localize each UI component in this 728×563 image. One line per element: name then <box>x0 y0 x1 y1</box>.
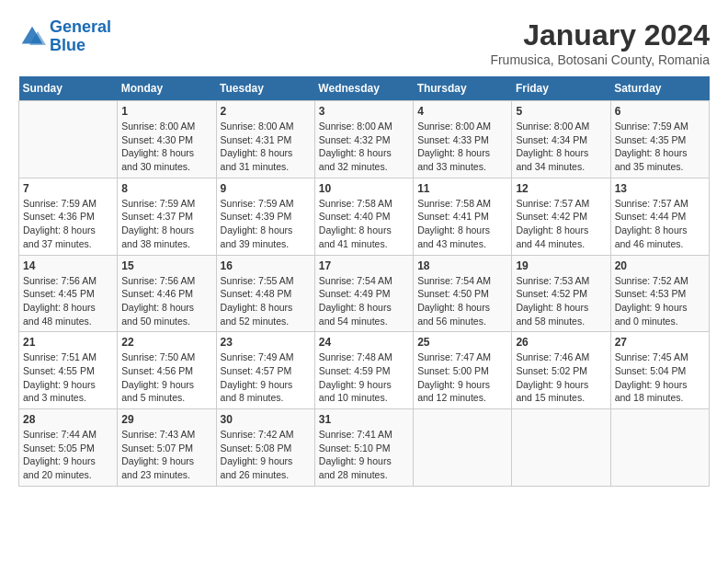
sunrise-text: Sunrise: 7:57 AM <box>615 197 705 211</box>
sunrise-text: Sunrise: 7:42 AM <box>221 428 311 442</box>
day-number: 17 <box>319 259 409 272</box>
sunrise-text: Sunrise: 7:46 AM <box>516 350 606 364</box>
week-row-2: 7Sunrise: 7:59 AMSunset: 4:36 PMDaylight… <box>19 178 710 255</box>
day-number: 14 <box>23 259 113 272</box>
day-number: 25 <box>417 336 507 349</box>
sunset-text: Sunset: 4:33 PM <box>417 133 507 147</box>
daylight-text: Daylight: 8 hours and 44 minutes. <box>516 224 606 250</box>
header-row: SundayMondayTuesdayWednesdayThursdayFrid… <box>19 76 710 101</box>
day-info: Sunrise: 7:59 AMSunset: 4:37 PMDaylight:… <box>121 197 211 251</box>
sunrise-text: Sunrise: 7:58 AM <box>417 197 507 211</box>
daylight-text: Daylight: 9 hours and 23 minutes. <box>121 454 211 481</box>
day-number: 30 <box>221 413 311 426</box>
sunset-text: Sunset: 4:42 PM <box>516 210 606 224</box>
page-header: General Blue January 2024 Frumusica, Bot… <box>18 18 710 67</box>
daylight-text: Daylight: 8 hours and 54 minutes. <box>319 301 409 327</box>
sunset-text: Sunset: 4:52 PM <box>516 287 606 301</box>
day-number: 12 <box>516 182 606 195</box>
day-number: 11 <box>417 182 507 195</box>
day-info: Sunrise: 7:51 AMSunset: 4:55 PMDaylight:… <box>23 350 113 405</box>
day-info: Sunrise: 8:00 AMSunset: 4:33 PMDaylight:… <box>417 120 507 174</box>
sunrise-text: Sunrise: 7:59 AM <box>615 120 705 133</box>
daylight-text: Daylight: 9 hours and 28 minutes. <box>319 454 409 481</box>
header-cell-wednesday: Wednesday <box>314 76 413 101</box>
day-info: Sunrise: 7:50 AMSunset: 4:56 PMDaylight:… <box>121 350 211 405</box>
daylight-text: Daylight: 9 hours and 8 minutes. <box>221 378 311 405</box>
calendar-header: SundayMondayTuesdayWednesdayThursdayFrid… <box>19 76 710 101</box>
daylight-text: Daylight: 9 hours and 3 minutes. <box>23 378 113 405</box>
day-info: Sunrise: 7:45 AMSunset: 5:04 PMDaylight:… <box>615 350 705 405</box>
daylight-text: Daylight: 9 hours and 5 minutes. <box>121 378 211 405</box>
daylight-text: Daylight: 8 hours and 56 minutes. <box>417 301 507 327</box>
daylight-text: Daylight: 9 hours and 12 minutes. <box>417 378 507 405</box>
daylight-text: Daylight: 8 hours and 50 minutes. <box>121 301 211 327</box>
day-number: 6 <box>615 105 705 118</box>
sunrise-text: Sunrise: 7:57 AM <box>516 197 606 211</box>
day-number: 15 <box>121 259 211 272</box>
logo-line1: General <box>50 17 111 36</box>
logo-text: General Blue <box>50 18 111 55</box>
day-number: 21 <box>23 336 113 349</box>
logo-line2: Blue <box>50 36 85 54</box>
sunset-text: Sunset: 4:44 PM <box>615 210 705 224</box>
sunset-text: Sunset: 5:10 PM <box>319 442 409 455</box>
day-cell: 5Sunrise: 8:00 AMSunset: 4:34 PMDaylight… <box>512 101 610 178</box>
sunrise-text: Sunrise: 7:41 AM <box>319 428 409 442</box>
day-cell: 12Sunrise: 7:57 AMSunset: 4:42 PMDayligh… <box>512 178 610 255</box>
day-number: 1 <box>121 105 211 118</box>
day-number: 23 <box>221 336 311 349</box>
day-info: Sunrise: 7:56 AMSunset: 4:46 PMDaylight:… <box>121 274 211 328</box>
sunrise-text: Sunrise: 7:54 AM <box>417 274 507 288</box>
daylight-text: Daylight: 8 hours and 38 minutes. <box>121 224 211 250</box>
day-info: Sunrise: 7:47 AMSunset: 5:00 PMDaylight:… <box>417 350 507 405</box>
day-cell: 26Sunrise: 7:46 AMSunset: 5:02 PMDayligh… <box>512 332 610 409</box>
sunrise-text: Sunrise: 7:43 AM <box>121 428 211 442</box>
daylight-text: Daylight: 8 hours and 39 minutes. <box>221 224 311 250</box>
day-cell: 30Sunrise: 7:42 AMSunset: 5:08 PMDayligh… <box>216 409 314 487</box>
day-info: Sunrise: 7:53 AMSunset: 4:52 PMDaylight:… <box>516 274 606 328</box>
day-cell: 14Sunrise: 7:56 AMSunset: 4:45 PMDayligh… <box>19 255 118 332</box>
day-info: Sunrise: 7:54 AMSunset: 4:49 PMDaylight:… <box>319 274 409 328</box>
day-number: 18 <box>417 259 507 272</box>
sunset-text: Sunset: 4:37 PM <box>121 210 211 224</box>
week-row-3: 14Sunrise: 7:56 AMSunset: 4:45 PMDayligh… <box>19 255 710 332</box>
day-number: 31 <box>319 413 409 426</box>
day-cell: 28Sunrise: 7:44 AMSunset: 5:05 PMDayligh… <box>19 409 118 487</box>
day-number: 3 <box>319 105 409 118</box>
day-cell: 21Sunrise: 7:51 AMSunset: 4:55 PMDayligh… <box>19 332 118 409</box>
sunrise-text: Sunrise: 8:00 AM <box>319 120 409 133</box>
daylight-text: Daylight: 8 hours and 31 minutes. <box>221 146 311 173</box>
header-cell-tuesday: Tuesday <box>216 76 314 101</box>
subtitle: Frumusica, Botosani County, Romania <box>490 52 710 67</box>
day-info: Sunrise: 7:41 AMSunset: 5:10 PMDaylight:… <box>319 428 409 482</box>
sunset-text: Sunset: 4:35 PM <box>615 133 705 147</box>
day-cell: 31Sunrise: 7:41 AMSunset: 5:10 PMDayligh… <box>314 409 413 487</box>
sunset-text: Sunset: 4:50 PM <box>417 287 507 301</box>
sunrise-text: Sunrise: 7:59 AM <box>221 197 311 211</box>
calendar-body: 1Sunrise: 8:00 AMSunset: 4:30 PMDaylight… <box>19 101 710 487</box>
day-cell: 25Sunrise: 7:47 AMSunset: 5:00 PMDayligh… <box>414 332 512 409</box>
logo: General Blue <box>18 18 111 55</box>
daylight-text: Daylight: 8 hours and 32 minutes. <box>319 146 409 173</box>
sunset-text: Sunset: 4:53 PM <box>615 287 705 301</box>
day-number: 24 <box>319 336 409 349</box>
sunrise-text: Sunrise: 7:58 AM <box>319 197 409 211</box>
day-cell: 15Sunrise: 7:56 AMSunset: 4:46 PMDayligh… <box>118 255 216 332</box>
day-info: Sunrise: 7:59 AMSunset: 4:36 PMDaylight:… <box>23 197 113 251</box>
sunset-text: Sunset: 4:48 PM <box>221 287 311 301</box>
day-number: 10 <box>319 182 409 195</box>
sunset-text: Sunset: 4:40 PM <box>319 210 409 224</box>
sunset-text: Sunset: 4:46 PM <box>121 287 211 301</box>
day-info: Sunrise: 7:48 AMSunset: 4:59 PMDaylight:… <box>319 350 409 405</box>
day-info: Sunrise: 7:55 AMSunset: 4:48 PMDaylight:… <box>221 274 311 328</box>
sunrise-text: Sunrise: 7:55 AM <box>221 274 311 288</box>
daylight-text: Daylight: 8 hours and 46 minutes. <box>615 224 705 250</box>
day-cell <box>414 409 512 487</box>
day-number: 26 <box>516 336 606 349</box>
day-cell <box>610 409 709 487</box>
sunrise-text: Sunrise: 7:59 AM <box>121 197 211 211</box>
week-row-5: 28Sunrise: 7:44 AMSunset: 5:05 PMDayligh… <box>19 409 710 487</box>
daylight-text: Daylight: 8 hours and 48 minutes. <box>23 301 113 327</box>
sunset-text: Sunset: 4:57 PM <box>221 364 311 378</box>
day-number: 22 <box>121 336 211 349</box>
